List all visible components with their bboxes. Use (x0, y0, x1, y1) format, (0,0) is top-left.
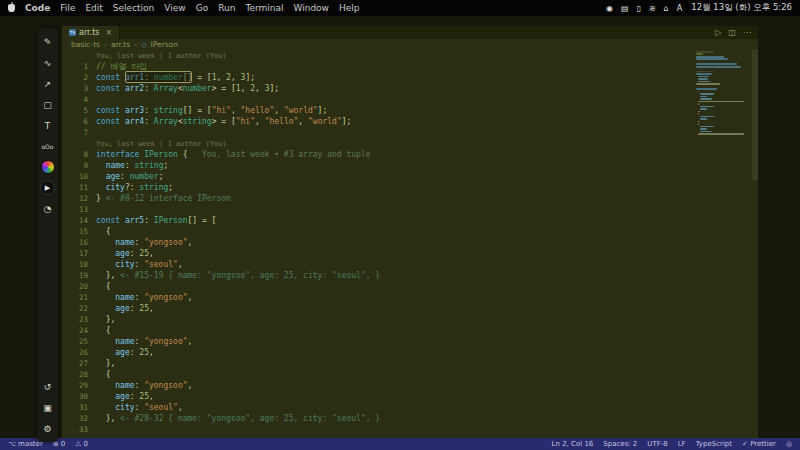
rectangle-tool-icon[interactable]: ▢ (40, 97, 55, 112)
menu-go[interactable]: Go (196, 3, 208, 13)
line-number[interactable]: 14 (62, 215, 96, 226)
indentation[interactable]: Spaces: 2 (603, 440, 637, 448)
line-number[interactable]: 23 (62, 314, 96, 325)
settings-gear-icon[interactable]: ⚙ (40, 421, 55, 436)
line-number[interactable]: 19 (62, 270, 96, 281)
color-wheel-icon[interactable] (41, 160, 55, 174)
screen-record-icon[interactable]: ◉ (606, 4, 613, 13)
line-number[interactable]: 7 (62, 127, 96, 138)
record-play-button[interactable]: ▶ (40, 180, 55, 195)
line-number[interactable]: 11 (62, 182, 96, 193)
line-number[interactable]: 20 (62, 281, 96, 292)
code-line[interactable]: 10 age: number; (62, 171, 758, 182)
split-editor-button[interactable]: ◫ (728, 28, 736, 37)
code-line[interactable]: 26 age: 25, (62, 347, 758, 358)
timer-icon[interactable]: ◔ (40, 201, 55, 216)
control-center-icon[interactable]: ⌂ (664, 4, 669, 13)
text-tool-icon[interactable]: T (40, 118, 55, 133)
menubar-clock[interactable]: 12월 13일 (화) 오후 5:26 (691, 2, 792, 14)
line-number[interactable]: 32 (62, 413, 96, 424)
line-number[interactable]: 28 (62, 369, 96, 380)
code-line[interactable]: 5const arr3: string[] = ["hi", "hello", … (62, 105, 758, 116)
code-line[interactable]: 27 }, (62, 358, 758, 369)
language-mode[interactable]: TypeScript (696, 440, 732, 448)
menu-selection[interactable]: Selection (113, 3, 154, 13)
code-line[interactable]: 6const arr4: Array<string> = ["hi", "hel… (62, 116, 758, 127)
wifi-icon[interactable]: ≋ (649, 4, 656, 13)
line-number[interactable]: 26 (62, 347, 96, 358)
apple-menu-icon[interactable] (8, 4, 15, 12)
menu-code[interactable]: Code (25, 3, 50, 13)
code-line[interactable]: 3const arr2: Array<number> = [1, 2, 3]; (62, 83, 758, 94)
code-line[interactable]: 4 (62, 94, 758, 105)
codelens-label[interactable]: You, last week | 1 author (You) (96, 52, 227, 60)
code-line[interactable]: 23 }, (62, 314, 758, 325)
code-line[interactable]: 33 (62, 424, 758, 435)
line-number[interactable]: 6 (62, 116, 96, 127)
line-number[interactable]: 27 (62, 358, 96, 369)
code-line[interactable]: 21 name: "yongsoo", (62, 292, 758, 303)
line-number[interactable]: 3 (62, 83, 96, 94)
menu-view[interactable]: View (164, 3, 185, 13)
notifications-bell[interactable]: ◎ (786, 440, 792, 448)
menu-help[interactable]: Help (339, 3, 360, 13)
pointer-size-tool-icon[interactable]: oOo (40, 139, 55, 154)
menu-edit[interactable]: Edit (85, 3, 102, 13)
battery-icon[interactable]: ▯ (637, 4, 641, 13)
code-line[interactable]: 24 { (62, 325, 758, 336)
menu-run[interactable]: Run (218, 3, 235, 13)
code-line[interactable]: 18 city: "seoul", (62, 259, 758, 270)
more-actions-button[interactable]: ⋯ (743, 28, 751, 37)
line-number[interactable]: 33 (62, 424, 96, 435)
code-line[interactable]: 32 }, <- #28-32 { name: "yongsoo", age: … (62, 413, 758, 424)
tab-close-icon[interactable]: × (105, 28, 112, 37)
line-number[interactable]: 21 (62, 292, 96, 303)
code-line[interactable]: 28 { (62, 369, 758, 380)
breadcrumb-item-iperson[interactable]: IPerson (151, 40, 178, 49)
line-number[interactable]: 13 (62, 204, 96, 215)
line-number[interactable]: 12 (62, 193, 96, 204)
encoding[interactable]: UTF-8 (647, 440, 667, 448)
code-line[interactable]: 1// 배열 타입 (62, 61, 758, 72)
undo-icon[interactable]: ↺ (40, 379, 55, 394)
line-number[interactable]: 29 (62, 380, 96, 391)
codelens-row[interactable]: You, last week | 1 author (You) (62, 50, 758, 61)
codelens-label[interactable]: You, last week | 1 author (You) (96, 140, 227, 148)
eol[interactable]: LF (678, 440, 686, 448)
code-line[interactable]: 17 age: 25, (62, 248, 758, 259)
line-number[interactable]: 15 (62, 226, 96, 237)
breadcrumb-item-arr-ts[interactable]: arr.ts (111, 40, 130, 49)
code-line[interactable]: 11 city?: string; (62, 182, 758, 193)
code-line[interactable]: 19 }, <- #15-19 { name: "yongsoo", age: … (62, 270, 758, 281)
code-line[interactable]: 8interface IPerson {You, last week • #3 … (62, 149, 758, 160)
line-number[interactable]: 16 (62, 237, 96, 248)
code-line[interactable]: 25 name: "yongsoo", (62, 336, 758, 347)
run-button[interactable]: ▷ (715, 28, 721, 37)
branch-item[interactable]: ⌥master (8, 440, 43, 448)
code-line[interactable]: 20 { (62, 281, 758, 292)
menu-file[interactable]: File (60, 3, 75, 13)
code-line[interactable]: 14const arr5: IPerson[] = [ (62, 215, 758, 226)
menu-window[interactable]: Window (293, 3, 329, 13)
editor[interactable]: You, last week | 1 author (You)1// 배열 타입… (62, 50, 758, 438)
code-line[interactable]: 22 age: 25, (62, 303, 758, 314)
line-number[interactable]: 5 (62, 105, 96, 116)
line-number[interactable]: 1 (62, 61, 96, 72)
line-number[interactable]: 30 (62, 391, 96, 402)
code-line[interactable]: 29 name: "yongsoo", (62, 380, 758, 391)
line-number[interactable]: 24 (62, 325, 96, 336)
minimap[interactable] (696, 51, 750, 138)
line-number[interactable]: 25 (62, 336, 96, 347)
line-number[interactable]: 31 (62, 402, 96, 413)
line-number[interactable]: 22 (62, 303, 96, 314)
highlighter-tool-icon[interactable]: ∿ (40, 55, 55, 70)
screenshot-icon[interactable]: ▣ (40, 400, 55, 415)
code-line[interactable]: 31 city: "seoul", (62, 402, 758, 413)
breadcrumb-item-basic-ts[interactable]: basic-ts (71, 40, 100, 49)
line-number[interactable]: 18 (62, 259, 96, 270)
line-number[interactable]: 9 (62, 160, 96, 171)
code-line[interactable]: 13 (62, 204, 758, 215)
code-line[interactable]: 30 age: 25, (62, 391, 758, 402)
codelens-row[interactable]: You, last week | 1 author (You) (62, 138, 758, 149)
line-number[interactable]: 10 (62, 171, 96, 182)
